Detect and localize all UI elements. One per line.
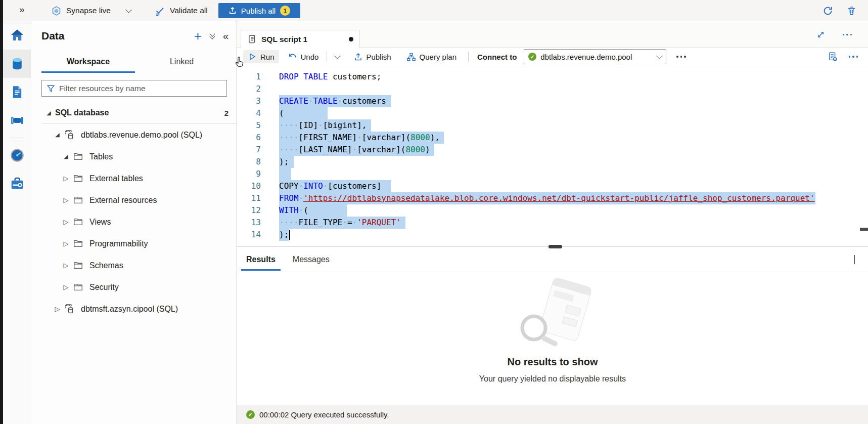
line-number: 1	[237, 71, 261, 83]
synapse-logo-icon	[51, 6, 62, 16]
tree-item-tables[interactable]: ◢Tables	[41, 146, 237, 167]
filter-input[interactable]	[59, 84, 222, 93]
publish-count-badge: 1	[280, 6, 290, 16]
manage-icon	[10, 176, 25, 191]
query-settings-icon[interactable]	[828, 52, 838, 62]
run-button[interactable]: Run	[243, 50, 279, 63]
mode-selector[interactable]: Synapse live	[51, 0, 131, 21]
folder-icon	[72, 173, 83, 184]
code-line-8[interactable]: 8);	[237, 156, 868, 168]
undo-button[interactable]: Undo	[283, 50, 324, 64]
collapse-panel-icon[interactable]: «	[223, 30, 229, 42]
tree-item-label: External tables	[89, 174, 143, 183]
pool-selector-value: dbtlabs.revenue.demo.pool	[540, 53, 653, 61]
tab-sql-script-1[interactable]: SQL script 1	[241, 30, 360, 48]
code-line-11[interactable]: 11FROM·'https://dbtlabsynapsedatalake.bl…	[237, 192, 868, 204]
expand-menu-icon[interactable]: »	[19, 4, 25, 15]
trash-icon[interactable]	[846, 6, 857, 16]
tree-item-external-resources[interactable]: ▷External resources	[41, 189, 237, 211]
activity-rail	[3, 21, 31, 424]
tab-linked[interactable]: Linked	[135, 51, 229, 73]
code-text: COPY·INTO·[customers]	[279, 180, 381, 192]
publish-all-button[interactable]: Publish all 1	[218, 3, 300, 18]
collapsed-triangle-icon[interactable]: ▷	[53, 305, 62, 313]
undo-icon	[288, 52, 297, 62]
toolbar-more-icon[interactable]	[846, 54, 861, 60]
rail-data-button[interactable]	[3, 50, 31, 78]
rail-integrate-button[interactable]	[3, 106, 31, 135]
sql-pool-icon	[64, 130, 75, 141]
tree-item-views[interactable]: ▷Views	[41, 211, 237, 233]
collapsed-triangle-icon[interactable]: ▷	[62, 283, 70, 291]
code-line-10[interactable]: 10COPY·INTO·[customers]	[237, 180, 868, 192]
collapsed-triangle-icon[interactable]: ▷	[62, 240, 70, 247]
expanded-triangle-icon[interactable]: ◢	[44, 110, 53, 116]
rail-home-button[interactable]	[3, 21, 31, 50]
code-line-3[interactable]: 3CREATE·TABLE·customers	[237, 95, 868, 107]
tree-item-security[interactable]: ▷Security	[41, 276, 237, 298]
collapsed-triangle-icon[interactable]: ▷	[62, 196, 70, 204]
rail-divider	[10, 138, 24, 138]
code-text: ····FILE_TYPE·=·'PARQUET'	[279, 217, 401, 229]
code-line-7[interactable]: 7····[LAST_NAME]·[varchar](8000)	[237, 144, 868, 156]
collapse-all-icon[interactable]	[210, 33, 214, 38]
tree-item-programmability[interactable]: ▷Programmability	[41, 233, 237, 255]
run-options-chevron[interactable]	[331, 54, 344, 60]
editor-toolbar: Run Undo Publish Query plan	[237, 48, 868, 66]
code-editor[interactable]: 1DROP TABLE customers;23CREATE·TABLE·cus…	[237, 66, 868, 246]
expanded-triangle-icon[interactable]: ◢	[62, 153, 70, 160]
tree-item-external-tables[interactable]: ▷External tables	[41, 167, 237, 189]
connect-more-icon[interactable]	[673, 54, 689, 60]
empty-results-subtitle: Your query yielded no displayable result…	[479, 374, 626, 384]
collapse-results-icon[interactable]	[854, 255, 855, 264]
folder-icon	[72, 282, 83, 293]
tree-item-sql-database[interactable]: ◢SQL database2	[41, 102, 237, 124]
tree-item-label: Schemas	[89, 261, 123, 270]
chevron-down-icon	[125, 7, 132, 13]
tab-more-icon[interactable]	[840, 32, 855, 38]
code-line-6[interactable]: 6····[FIRST_NAME]·[varchar](8000),	[237, 132, 868, 144]
tab-workspace[interactable]: Workspace	[41, 51, 135, 73]
code-line-12[interactable]: 12WITH·(	[237, 204, 868, 217]
expand-editor-icon[interactable]	[816, 30, 825, 39]
tab-messages[interactable]: Messages	[288, 248, 335, 271]
code-line-2[interactable]: 2	[237, 83, 868, 95]
line-number: 10	[237, 180, 261, 192]
line-number: 11	[237, 192, 261, 204]
data-icon	[10, 56, 25, 71]
code-line-14[interactable]: 14);	[237, 229, 868, 241]
refresh-icon[interactable]	[823, 6, 833, 16]
collapsed-triangle-icon[interactable]: ▷	[62, 218, 70, 226]
selection-highlight	[279, 107, 328, 119]
publish-button[interactable]: Publish	[349, 51, 395, 63]
tree-item-count: 2	[224, 109, 229, 117]
code-line-9[interactable]: 9	[237, 168, 868, 180]
tree-item-dbtlabs-revenue-demo-pool-sql[interactable]: ◢dbtlabs.revenue.demo.pool (SQL)	[41, 124, 237, 146]
rail-develop-button[interactable]	[3, 78, 31, 106]
tree-item-dbtmsft-azsyn-cipool-sql[interactable]: ▷dbtmsft.azsyn.cipool (SQL)	[41, 298, 237, 320]
collapsed-triangle-icon[interactable]: ▷	[62, 175, 70, 182]
rail-monitor-button[interactable]	[3, 141, 31, 169]
validate-all-button[interactable]: Validate all	[154, 0, 208, 21]
code-line-5[interactable]: 5····[ID]·[bigint],	[237, 119, 868, 132]
query-plan-icon	[406, 52, 416, 62]
folder-icon	[72, 151, 83, 162]
code-text: FROM·'https://dbtlabsynapsedatalake.blob…	[279, 192, 815, 204]
upload-icon	[229, 7, 237, 15]
add-icon[interactable]: +	[194, 31, 202, 41]
rail-manage-button[interactable]	[3, 169, 31, 198]
tree-item-schemas[interactable]: ▷Schemas	[41, 255, 237, 276]
expanded-triangle-icon[interactable]: ◢	[53, 132, 62, 138]
top-command-bar: » Synapse live Validate all Publish all …	[3, 0, 868, 21]
query-plan-button[interactable]: Query plan	[402, 50, 461, 64]
tab-results[interactable]: Results	[241, 248, 281, 271]
horizontal-scrollbar-thumb[interactable]	[860, 228, 868, 231]
code-line-1[interactable]: 1DROP TABLE customers;	[237, 71, 868, 83]
no-results-illustration	[510, 272, 596, 352]
code-line-13[interactable]: 13····FILE_TYPE·=·'PARQUET'	[237, 217, 868, 229]
pool-selector-dropdown[interactable]: ✓ dbtlabs.revenue.demo.pool	[524, 49, 666, 64]
code-line-4[interactable]: 4(	[237, 107, 868, 119]
collapsed-triangle-icon[interactable]: ▷	[62, 262, 70, 269]
code-text: ····[FIRST_NAME]·[varchar](8000),	[279, 132, 440, 144]
connect-to-label: Connect to	[477, 53, 517, 61]
